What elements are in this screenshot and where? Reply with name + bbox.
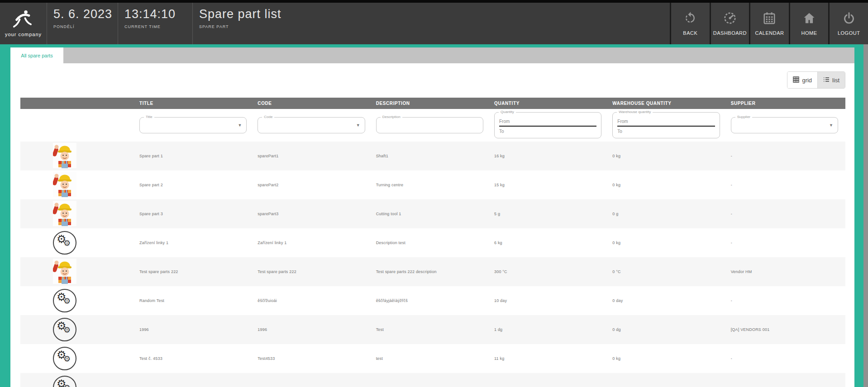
- logout-button[interactable]: LOGOUT: [830, 3, 868, 44]
- row-warehouse-quantity: 0 day: [609, 286, 727, 315]
- gears-icon: ⚙⚙: [53, 289, 76, 312]
- column-header-quantity: QUANTITY: [491, 98, 609, 109]
- company-logo-text: your company: [5, 32, 42, 37]
- list-icon: [823, 76, 830, 84]
- table-body: ⚙⚙ Spare part 1 sparePart1 Shaft1 16 kg …: [20, 142, 845, 387]
- row-quantity: 1 dg: [491, 315, 609, 344]
- row-title: [136, 373, 254, 387]
- row-title: Test spare parts 222: [136, 257, 254, 286]
- time-label: CURRENT TIME: [124, 24, 186, 29]
- table-header-row: TITLE CODE DESCRIPTION QUANTITY WAREHOUS…: [20, 98, 845, 109]
- home-button[interactable]: HOME: [790, 3, 829, 44]
- gears-icon: ⚙⚙: [53, 376, 76, 387]
- row-image-cell: ⚙⚙: [20, 199, 136, 228]
- row-description: Cutting tool 1: [372, 199, 491, 228]
- gears-icon: ⚙⚙: [53, 318, 76, 341]
- tab-all-spare-parts[interactable]: All spare parts: [10, 47, 63, 63]
- quantity-filter-field: Quantity: [494, 112, 601, 138]
- day-of-week: PONDĚLÍ: [53, 24, 111, 29]
- supplier-filter-select[interactable]: Supplier ▼: [731, 117, 838, 133]
- row-description: test: [372, 344, 491, 373]
- row-quantity: 16 kg: [491, 142, 609, 170]
- row-supplier: [727, 373, 845, 387]
- table-row[interactable]: ⚙⚙ Test č. 4533 Test4533 test 11 kg 0 kg…: [20, 344, 845, 373]
- table-row[interactable]: ⚙⚙ Spare part 3 sparePart3 Cutting tool …: [20, 199, 845, 228]
- row-warehouse-quantity: 0 dg: [609, 315, 727, 344]
- row-supplier: -: [727, 344, 845, 373]
- row-title: Test č. 4533: [136, 344, 254, 373]
- row-image-cell: ⚙⚙: [20, 315, 136, 344]
- table-row[interactable]: ⚙⚙ Spare part 1 sparePart1 Shaft1 16 kg …: [20, 142, 845, 170]
- warehouse-quantity-filter-field: Warehouse quantity: [612, 112, 720, 138]
- description-filter-input[interactable]: [377, 118, 483, 133]
- calendar-icon: [763, 11, 776, 27]
- time-value: 13:14:10: [124, 7, 186, 21]
- warehouse-from-input[interactable]: [617, 118, 715, 127]
- row-supplier: -: [727, 228, 845, 257]
- column-header-description: DESCRIPTION: [372, 98, 491, 109]
- row-description: Test spare parts 222 description: [372, 257, 491, 286]
- page-title-block: Spare part list SPARE PART: [193, 3, 670, 44]
- row-image-cell: ⚙⚙: [20, 373, 136, 387]
- column-header-code: CODE: [254, 98, 372, 109]
- row-title: Random Test: [136, 286, 254, 315]
- title-filter-select[interactable]: Title ▼: [139, 117, 247, 133]
- row-quantity: 5 g: [491, 199, 609, 228]
- row-supplier: [QA] VENDORS 001: [727, 315, 845, 344]
- company-logo: your company: [0, 3, 47, 44]
- company-logo-icon: [10, 9, 37, 31]
- date-display: 5. 6. 2023 PONDĚLÍ: [47, 3, 118, 44]
- gears-icon: ⚙⚙: [53, 347, 76, 370]
- page-scrollbar[interactable]: [863, 44, 868, 387]
- dashboard-button[interactable]: DASHBOARD: [711, 3, 749, 44]
- grid-view-button[interactable]: grid: [787, 72, 818, 88]
- row-description: ěščřáyjáěíáýžřčš: [372, 286, 491, 315]
- row-code: [254, 373, 372, 387]
- row-code: Zařízení linky 1: [254, 228, 372, 257]
- header-nav: BACK DASHBOARD CALENDAR HOME LOGOUT: [670, 3, 868, 44]
- row-title: 1996: [136, 315, 254, 344]
- row-image-cell: ⚙⚙: [20, 344, 136, 373]
- dashboard-icon: [723, 11, 737, 27]
- row-warehouse-quantity: 0 kg: [609, 142, 727, 170]
- table-row[interactable]: ⚙⚙ Test spare parts 222 Test spare parts…: [20, 257, 845, 286]
- table-row[interactable]: ⚙⚙ Zařízení linky 1 Zařízení linky 1 Des…: [20, 228, 845, 257]
- row-code: sparePart1: [254, 142, 372, 170]
- quantity-from-input[interactable]: [499, 118, 596, 127]
- spare-parts-table: TITLE CODE DESCRIPTION QUANTITY WAREHOUS…: [20, 98, 845, 387]
- row-supplier: -: [727, 170, 845, 199]
- warehouse-to-input[interactable]: [617, 127, 715, 134]
- bob-builder-figure-image: [53, 143, 76, 169]
- quantity-to-input[interactable]: [499, 127, 596, 134]
- bob-builder-figure-image: [53, 172, 76, 198]
- list-view-button[interactable]: list: [818, 72, 845, 88]
- row-code: sparePart2: [254, 170, 372, 199]
- back-button[interactable]: BACK: [671, 3, 710, 44]
- row-supplier: Vendor HM: [727, 257, 845, 286]
- chevron-down-icon: ▼: [238, 123, 242, 127]
- code-filter-select[interactable]: Code ▼: [258, 117, 365, 133]
- row-title: Spare part 1: [136, 142, 254, 170]
- row-warehouse-quantity: 0 kg: [609, 344, 727, 373]
- row-image-cell: ⚙⚙: [20, 170, 136, 199]
- row-image-cell: ⚙⚙: [20, 228, 136, 257]
- description-filter-field: Description: [376, 117, 483, 133]
- column-header-image: [20, 98, 136, 109]
- row-warehouse-quantity: [609, 373, 727, 387]
- row-image-cell: ⚙⚙: [20, 142, 136, 170]
- bob-builder-figure-image: [53, 201, 76, 227]
- row-description: Test: [372, 315, 491, 344]
- row-image-cell: ⚙⚙: [20, 286, 136, 315]
- table-row[interactable]: ⚙⚙: [20, 373, 845, 387]
- table-row[interactable]: ⚙⚙ Random Test ěščřžuioái ěščřáyjáěíáýžř…: [20, 286, 845, 315]
- row-warehouse-quantity: 0 g: [609, 199, 727, 228]
- table-row[interactable]: ⚙⚙ Spare part 2 sparePart2 Turning centr…: [20, 170, 845, 199]
- column-header-supplier: SUPPLIER: [727, 98, 845, 109]
- row-description: Shaft1: [372, 142, 491, 170]
- chevron-down-icon: ▼: [356, 123, 360, 127]
- tab-bar: All spare parts: [10, 47, 854, 63]
- calendar-button[interactable]: CALENDAR: [750, 3, 789, 44]
- table-row[interactable]: ⚙⚙ 1996 1996 Test 1 dg 0 dg [QA] VENDORS…: [20, 315, 845, 344]
- page-subtitle: SPARE PART: [199, 24, 663, 29]
- row-supplier: -: [727, 142, 845, 170]
